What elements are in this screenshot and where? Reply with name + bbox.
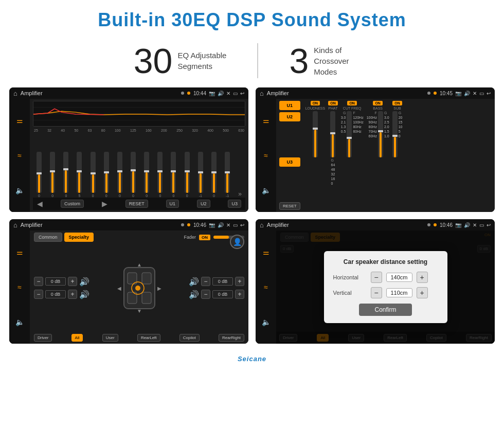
slider-12[interactable]: 0 <box>185 152 190 198</box>
vol-icon-3[interactable]: 🔈 <box>15 318 24 326</box>
all-btn[interactable]: All <box>71 334 83 342</box>
wave-icon[interactable]: ≈ <box>17 151 22 159</box>
wave-icon-4[interactable]: ≈ <box>264 283 268 291</box>
svg-rect-8 <box>142 292 151 304</box>
slider-14[interactable]: 0 <box>211 152 217 198</box>
preset-u1[interactable]: U1 <box>279 101 300 110</box>
fader-label: Fader <box>184 235 196 240</box>
more-icon[interactable]: » <box>238 190 242 198</box>
screen3-time: 10:46 <box>193 222 206 228</box>
rear-right-minus[interactable]: − <box>201 290 210 299</box>
vertical-minus[interactable]: − <box>371 287 382 298</box>
wave-icon-3[interactable]: ≈ <box>17 283 22 291</box>
sub-control: ON SUB G 20 15 <box>392 101 403 210</box>
loudness-slider[interactable] <box>313 111 318 157</box>
slider-10[interactable]: 0 <box>157 152 163 198</box>
close-icon-3[interactable]: ✕ <box>226 222 230 228</box>
close-icon-4[interactable]: ✕ <box>473 222 477 228</box>
u3-btn[interactable]: U3 <box>228 200 241 208</box>
common-tab[interactable]: Common <box>34 233 62 242</box>
close-icon[interactable]: ✕ <box>226 91 230 96</box>
window-icon-3[interactable]: ▭ <box>233 222 238 228</box>
back-icon[interactable]: ↩ <box>240 91 244 96</box>
rear-left-minus[interactable]: − <box>34 290 43 299</box>
user-btn[interactable]: User <box>102 334 118 342</box>
rear-left-btn[interactable]: RearLeft <box>137 334 160 342</box>
copilot-btn[interactable]: Copilot <box>179 334 200 342</box>
slider-2[interactable]: 0 <box>50 152 55 198</box>
home-icon-4[interactable]: ⌂ <box>260 221 264 229</box>
slider-6[interactable]: 0 <box>104 152 109 198</box>
brand-footer: Seicane <box>0 353 504 367</box>
slider-8[interactable]: 0 <box>131 152 136 198</box>
slider-4[interactable]: 5 <box>77 152 82 198</box>
phat-control: ON PHAT G 64 48 32 16 <box>328 101 338 210</box>
screen2-status-bar: ⌂ Amplifier 10:45 📷 🔊 ✕ ▭ ↩ <box>256 87 495 99</box>
slider-7[interactable]: 0 <box>117 152 122 198</box>
eq-icon-3[interactable]: ⚌ <box>16 248 23 256</box>
preset-u3[interactable]: U3 <box>279 157 300 167</box>
front-left-minus[interactable]: − <box>34 277 43 286</box>
front-right-plus[interactable]: + <box>235 277 244 286</box>
confirm-button[interactable]: Confirm <box>359 304 411 316</box>
cutfreq-slider[interactable] <box>347 111 352 157</box>
stat-crossover-number: 3 <box>289 43 309 78</box>
preset-u2[interactable]: U2 <box>279 112 300 121</box>
front-left-plus[interactable]: + <box>68 277 77 286</box>
home-icon[interactable]: ⌂ <box>13 90 17 97</box>
slider-1[interactable]: 0 <box>37 152 42 198</box>
sub-on-badge: ON <box>392 101 402 105</box>
amp-main-area: U1 U2 U3 RESET ON LOUDNESS <box>276 99 495 212</box>
slider-11[interactable]: 0 <box>171 152 176 198</box>
window-icon-4[interactable]: ▭ <box>479 222 484 228</box>
reset-btn[interactable]: RESET <box>125 200 148 208</box>
driver-btn[interactable]: Driver <box>34 334 52 342</box>
rear-right-btn[interactable]: RearRight <box>219 334 244 342</box>
vertical-row: Vertical − 110cm + <box>333 287 438 298</box>
back-icon-4[interactable]: ↩ <box>487 222 491 228</box>
speaker-rear-right-icon: 🔊 <box>189 290 199 299</box>
slider-3[interactable]: 0 <box>63 152 68 198</box>
u2-btn[interactable]: U2 <box>197 200 210 208</box>
right-channels: 🔊 − 0 dB + 🔊 − 0 dB + <box>189 277 244 299</box>
back-icon-2[interactable]: ↩ <box>487 91 491 96</box>
eq-freq-labels: 25 32 40 50 63 80 100 125 160 200 250 32… <box>33 129 245 132</box>
eq-icon-2[interactable]: ⚌ <box>263 116 269 125</box>
back-icon-3[interactable]: ↩ <box>240 222 244 228</box>
slider-15[interactable]: -1 <box>225 152 230 198</box>
u1-btn[interactable]: U1 <box>166 200 179 208</box>
vol-icon-2[interactable]: 🔈 <box>262 186 271 194</box>
avatar-icon[interactable]: 👤 <box>230 235 244 249</box>
window-icon-2[interactable]: ▭ <box>479 91 484 96</box>
eq-icon-4[interactable]: ⚌ <box>263 248 269 256</box>
rear-left-plus[interactable]: + <box>68 290 77 299</box>
wave-icon-2[interactable]: ≈ <box>264 151 268 159</box>
vol-down-icon[interactable]: 🔈 <box>15 186 24 194</box>
eq-adjust-icon[interactable]: ⚌ <box>16 116 23 125</box>
close-icon-2[interactable]: ✕ <box>473 91 477 96</box>
vol-icon-4[interactable]: 🔈 <box>262 318 271 326</box>
window-icon[interactable]: ▭ <box>233 91 238 96</box>
slider-5[interactable]: 0 <box>91 152 96 198</box>
custom-btn[interactable]: Custom <box>61 200 84 208</box>
car-diagram-svg: ▲ ▼ ◀ ▶ <box>116 262 163 314</box>
rear-right-plus[interactable]: + <box>235 290 244 299</box>
rear-left-control: − 0 dB + 🔊 <box>34 290 89 299</box>
loudness-label: LOUDNESS <box>305 106 326 110</box>
sub-slider[interactable] <box>392 111 398 157</box>
slider-13[interactable]: -1 <box>198 152 203 198</box>
speaker-front-right-icon: 🔊 <box>189 277 199 287</box>
home-icon-3[interactable]: ⌂ <box>13 221 17 229</box>
next-arrow[interactable]: ▶ <box>102 200 107 208</box>
front-right-minus[interactable]: − <box>201 277 210 286</box>
horizontal-plus[interactable]: + <box>417 272 428 283</box>
specialty-tab[interactable]: Specialty <box>64 233 94 242</box>
reset-amp-btn[interactable]: RESET <box>279 202 300 210</box>
home-icon-2[interactable]: ⌂ <box>260 90 264 97</box>
phat-slider[interactable] <box>330 111 335 157</box>
horizontal-minus[interactable]: − <box>371 272 382 283</box>
slider-9[interactable]: 0 <box>144 152 149 198</box>
bass-slider[interactable] <box>378 111 383 157</box>
prev-arrow[interactable]: ◀ <box>37 200 43 208</box>
vertical-plus[interactable]: + <box>417 287 428 298</box>
